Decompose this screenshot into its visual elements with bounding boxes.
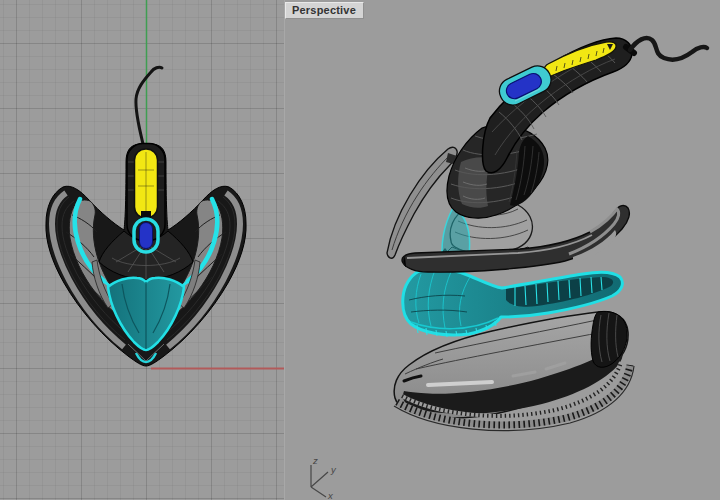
- viewport-top-ortho[interactable]: [0, 0, 284, 500]
- viewport-perspective[interactable]: z y x Perspective: [284, 0, 720, 500]
- power-cable[interactable]: [630, 38, 707, 60]
- power-cable[interactable]: [136, 67, 162, 148]
- gizmo-y-label: y: [330, 464, 337, 475]
- axis-gizmo: z y x: [311, 455, 337, 500]
- gizmo-z-label: z: [312, 455, 318, 466]
- viewport-tab-perspective[interactable]: Perspective: [285, 2, 364, 19]
- perspective-model-iron-exploded[interactable]: [387, 38, 707, 431]
- perspective-canvas: z y x: [285, 0, 720, 500]
- cad-workspace: z y x Perspective: [0, 0, 720, 500]
- top-view-canvas: [0, 0, 284, 500]
- blue-insert[interactable]: [140, 223, 153, 249]
- gizmo-x-label: x: [327, 490, 334, 500]
